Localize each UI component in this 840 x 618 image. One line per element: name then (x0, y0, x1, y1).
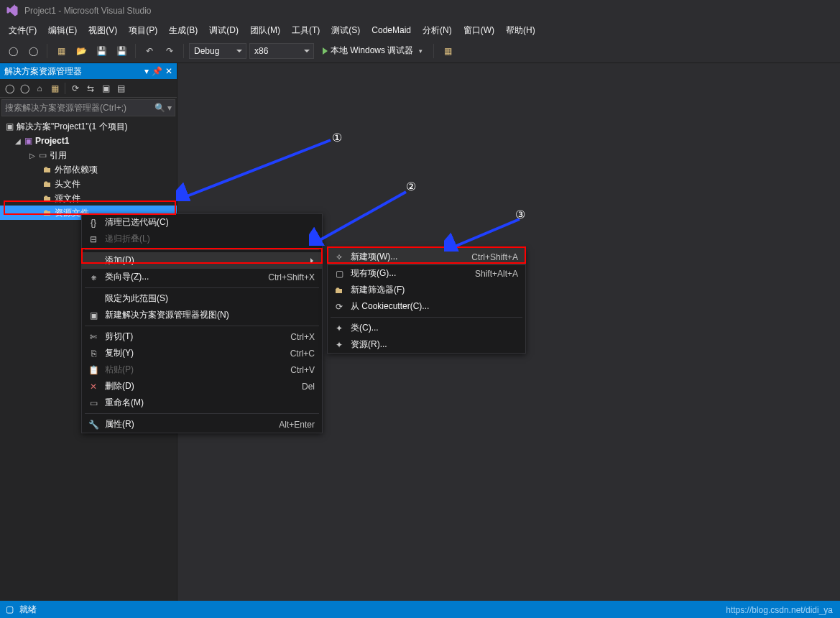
menu-view[interactable]: 视图(V) (83, 23, 123, 38)
separator (331, 317, 522, 318)
ctx-clean-code[interactable]: {}清理已选代码(C) (82, 214, 322, 231)
home-icon[interactable]: ⌂ (33, 82, 46, 95)
ctx-delete[interactable]: ✕删除(D)Del (82, 378, 322, 395)
menubar: 文件(F) 编辑(E) 视图(V) 项目(P) 生成(B) 调试(D) 团队(M… (0, 22, 840, 39)
status-bar: ▢ 就绪 (0, 601, 840, 618)
separator (85, 413, 319, 414)
menu-file[interactable]: 文件(F) (3, 23, 42, 38)
close-icon[interactable]: ✕ (165, 66, 172, 76)
references-node[interactable]: ▷ ▭ 引用 (0, 148, 177, 162)
save-icon[interactable]: 💾 (93, 42, 110, 60)
search-icon[interactable]: 🔍 ▾ (154, 103, 172, 113)
fwd-icon[interactable]: ◯ (18, 82, 31, 95)
ctx-new-view[interactable]: ▣新建解决方案资源管理器视图(N) (82, 307, 322, 323)
start-debug-button[interactable]: 本地 Windows 调试器 ▾ (317, 43, 428, 59)
panel-title-bar[interactable]: 解决方案资源管理器 ▾ 📌 ✕ (0, 63, 177, 79)
sub-class[interactable]: ✦类(C)... (328, 320, 525, 336)
ctx-cut[interactable]: ✄剪切(T)Ctrl+X (82, 328, 322, 345)
menu-help[interactable]: 帮助(H) (500, 23, 541, 38)
sync-icon[interactable]: ▦ (48, 82, 61, 95)
ctx-rename[interactable]: ▭重命名(M) (82, 395, 322, 411)
pin-icon[interactable]: 📌 (152, 66, 162, 76)
newitem-icon: ✧ (332, 252, 346, 262)
new-project-icon[interactable]: ▦ (52, 42, 70, 60)
refresh-icon[interactable]: ⟳ (69, 82, 82, 95)
sub-new-item[interactable]: ✧新建项(W)...Ctrl+Shift+A (328, 249, 525, 265)
save-all-icon[interactable]: 💾 (113, 42, 130, 60)
node-label: 头文件 (55, 178, 80, 190)
nav-fwd-icon[interactable]: ◯ (24, 42, 42, 60)
menu-codemaid[interactable]: CodeMaid (366, 24, 417, 37)
headers-node[interactable]: 🖿 头文件 (0, 177, 177, 191)
braces-icon: {} (86, 218, 101, 228)
window-title: Project1 - Microsoft Visual Studio (24, 6, 152, 16)
expander-icon[interactable]: ▷ (29, 152, 36, 160)
resource-icon: ✦ (332, 340, 346, 350)
sub-resource[interactable]: ✦资源(R)... (328, 336, 525, 353)
menu-debug[interactable]: 调试(D) (203, 23, 244, 38)
separator (85, 249, 319, 250)
context-submenu-add: ✧新建项(W)...Ctrl+Shift+A ▢现有项(G)...Shift+A… (327, 248, 526, 354)
ctx-scope[interactable]: 限定为此范围(S) (82, 290, 322, 307)
properties-icon[interactable]: ▤ (114, 82, 127, 95)
run-label: 本地 Windows 调试器 (331, 45, 413, 57)
newview-icon: ▣ (86, 310, 101, 320)
ctx-add[interactable]: 添加(D) (82, 252, 322, 269)
config-dropdown[interactable]: Debug (189, 43, 246, 59)
nav-back-icon[interactable]: ◯ (4, 42, 22, 60)
solution-icon: ▣ (6, 121, 14, 132)
ctx-copy[interactable]: ⎘复制(Y)Ctrl+C (82, 345, 322, 361)
paste-icon: 📋 (86, 365, 101, 375)
delete-icon: ✕ (86, 382, 101, 392)
menu-tools[interactable]: 工具(T) (286, 23, 326, 38)
titlebar: Project1 - Microsoft Visual Studio (0, 0, 840, 22)
sub-existing-item[interactable]: ▢现有项(G)...Shift+Alt+A (328, 265, 525, 282)
menu-test[interactable]: 测试(S) (326, 23, 366, 38)
menu-team[interactable]: 团队(M) (244, 23, 286, 38)
showall-icon[interactable]: ▣ (99, 82, 112, 95)
external-deps-node[interactable]: 🖿 外部依赖项 (0, 162, 177, 177)
sub-new-filter[interactable]: 🖿新建筛选器(F) (328, 282, 525, 298)
expander-icon[interactable]: ◢ (14, 137, 22, 145)
folder-icon: 🖿 (43, 193, 52, 203)
sources-node[interactable]: 🖿 源文件 (0, 191, 177, 206)
ctx-class-wizard[interactable]: ⎈类向导(Z)...Ctrl+Shift+X (82, 269, 322, 285)
cut-icon: ✄ (86, 332, 101, 342)
solution-root[interactable]: ▣ 解决方案"Project1"(1 个项目) (0, 119, 177, 134)
ctx-properties[interactable]: 🔧属性(R)Alt+Enter (82, 416, 322, 433)
collapse-icon: ⊟ (86, 234, 101, 244)
menu-project[interactable]: 项目(P) (123, 23, 163, 38)
vs-logo-icon (6, 4, 19, 17)
solution-root-label: 解决方案"Project1"(1 个项目) (17, 121, 128, 133)
menu-build[interactable]: 生成(B) (163, 23, 203, 38)
solution-toolbar: ◯ ◯ ⌂ ▦ ⟳ ⇆ ▣ ▤ (0, 79, 177, 98)
panel-menu-icon[interactable]: ▾ (144, 66, 149, 76)
copy-icon: ⎘ (86, 349, 101, 359)
menu-analyze[interactable]: 分析(N) (417, 23, 458, 38)
redo-icon[interactable]: ↷ (161, 42, 178, 60)
extension-icon[interactable]: ▦ (439, 42, 456, 60)
project-node[interactable]: ◢ ▣ Project1 (0, 134, 177, 148)
open-icon[interactable]: 📂 (73, 42, 90, 60)
ctx-paste: 📋粘贴(P)Ctrl+V (82, 361, 322, 378)
collapse-icon[interactable]: ⇆ (84, 82, 97, 95)
status-text: 就绪 (19, 604, 37, 616)
class-icon: ✦ (332, 323, 346, 333)
menu-window[interactable]: 窗口(W) (458, 23, 500, 38)
toolbar: ◯ ◯ ▦ 📂 💾 💾 ↶ ↷ Debug x86 本地 Windows 调试器… (0, 39, 840, 63)
play-icon (323, 47, 328, 55)
existing-icon: ▢ (332, 269, 346, 279)
folder-icon: 🖿 (332, 285, 346, 295)
sub-cookiecutter[interactable]: ⟳从 Cookiecutter(C)... (328, 298, 525, 315)
undo-icon[interactable]: ↶ (141, 42, 158, 60)
node-label: 引用 (50, 149, 67, 162)
cookie-icon: ⟳ (332, 302, 346, 312)
back-icon[interactable]: ◯ (3, 82, 16, 95)
project-label: Project1 (35, 136, 69, 146)
separator (85, 326, 319, 326)
platform-dropdown[interactable]: x86 (249, 43, 314, 59)
ctx-collapse-recursive: ⊟递归折叠(L) (82, 231, 322, 247)
search-input[interactable]: 搜索解决方案资源管理器(Ctrl+;) 🔍 ▾ (1, 99, 175, 116)
menu-edit[interactable]: 编辑(E) (42, 23, 83, 38)
node-label: 外部依赖项 (55, 164, 98, 176)
